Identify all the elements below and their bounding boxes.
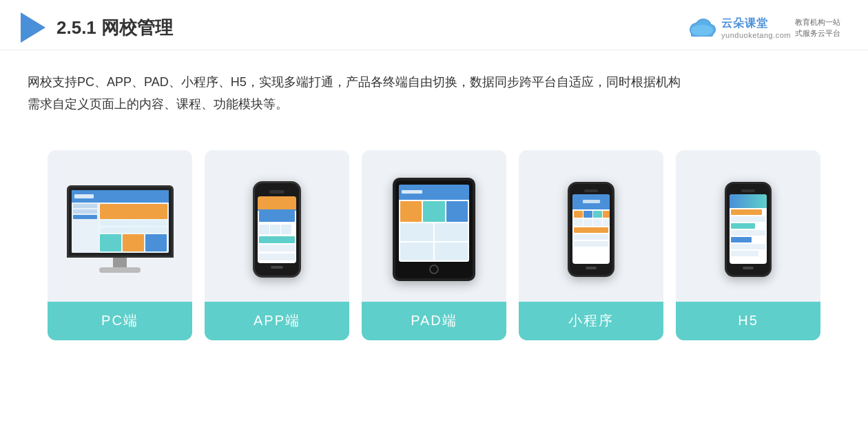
mini-icon-7 — [593, 219, 602, 226]
mini-icon-2 — [583, 211, 592, 218]
h5-row-5 — [731, 237, 752, 242]
page-header: 2.5.1 网校管理 云朵课堂 yunduoketang.com — [0, 0, 868, 50]
h5-screen-body — [730, 208, 767, 259]
app-phone-icon — [253, 181, 301, 278]
phone-screen — [258, 196, 296, 263]
monitor-screen — [72, 190, 169, 253]
brand-slogan: 教育机构一站 式服务云平台 — [795, 17, 840, 39]
tablet-icon — [393, 178, 475, 281]
pad-card-image — [362, 150, 506, 302]
tablet-home-button — [429, 265, 439, 274]
tablet-screen — [399, 185, 469, 262]
pad-card: PAD端 — [362, 150, 506, 340]
app-card: APP端 — [205, 150, 349, 340]
h5-row-7 — [731, 251, 758, 256]
app-card-image — [205, 150, 349, 302]
miniapp-card: 小程序 — [519, 150, 663, 340]
app-card-label: APP端 — [205, 302, 349, 340]
h5-notch — [741, 189, 755, 192]
pc-card-image — [48, 150, 192, 302]
phone-notch — [269, 190, 285, 194]
description-section: 网校支持PC、APP、PAD、小程序、H5，实现多端打通，产品各终端自由切换，数… — [0, 50, 868, 123]
pc-card: PC端 — [48, 150, 192, 340]
mini-icon-4 — [603, 211, 610, 218]
h5-screen — [730, 194, 767, 264]
h5-row-4 — [731, 230, 765, 236]
header-left: 2.5.1 网校管理 — [21, 12, 173, 43]
h5-screen-header — [730, 194, 767, 208]
h5-card-image — [676, 150, 820, 302]
h5-card-label: H5 — [676, 302, 820, 340]
miniapp-screen — [572, 194, 610, 264]
description-line2: 需求自定义页面上的内容、课程、功能模块等。 — [28, 93, 840, 115]
pc-card-label: PC端 — [48, 302, 192, 340]
mini-icon-5 — [574, 219, 583, 226]
monitor-neck — [113, 258, 127, 267]
pc-monitor-icon — [67, 185, 174, 273]
miniapp-card-image — [519, 150, 663, 302]
device-cards-section: PC端 — [0, 130, 868, 354]
miniapp-home-bar — [586, 267, 597, 269]
logo-triangle-icon — [21, 12, 45, 43]
monitor-body — [67, 185, 174, 258]
miniapp-card-label: 小程序 — [519, 302, 663, 340]
h5-home-bar — [743, 267, 754, 269]
miniapp-body — [572, 209, 610, 248]
h5-row-6 — [731, 244, 765, 249]
brand-logo-top: 云朵课堂 yunduoketang.com 教育机构一站 式服务云平台 — [687, 17, 840, 39]
svg-point-8 — [691, 25, 713, 36]
mini-bar-1 — [574, 227, 608, 233]
mini-bar-2 — [574, 234, 608, 240]
description-line1: 网校支持PC、APP、PAD、小程序、H5，实现多端打通，产品各终端自由切换，数… — [28, 71, 840, 93]
h5-row-3 — [731, 223, 755, 229]
mini-icon-8 — [603, 219, 610, 226]
miniapp-header — [572, 194, 610, 209]
miniapp-notch — [584, 189, 598, 192]
mini-icon-1 — [574, 211, 583, 218]
pad-card-label: PAD端 — [362, 302, 506, 340]
page-title: 2.5.1 网校管理 — [56, 16, 173, 40]
h5-row-2 — [731, 216, 765, 222]
h5-phone-icon — [725, 182, 772, 277]
cloud-icon — [687, 17, 717, 38]
brand-name-text: 云朵课堂 yunduoketang.com — [721, 17, 791, 39]
mini-icon-6 — [583, 219, 592, 226]
h5-row-1 — [731, 209, 762, 215]
miniapp-phone-icon — [568, 182, 614, 277]
monitor-stand — [99, 267, 141, 273]
h5-card: H5 — [676, 150, 820, 340]
mini-bar-3 — [574, 241, 608, 247]
brand-logo: 云朵课堂 yunduoketang.com 教育机构一站 式服务云平台 — [687, 17, 840, 39]
phone-home-button — [271, 266, 283, 269]
mini-icon-3 — [593, 211, 602, 218]
